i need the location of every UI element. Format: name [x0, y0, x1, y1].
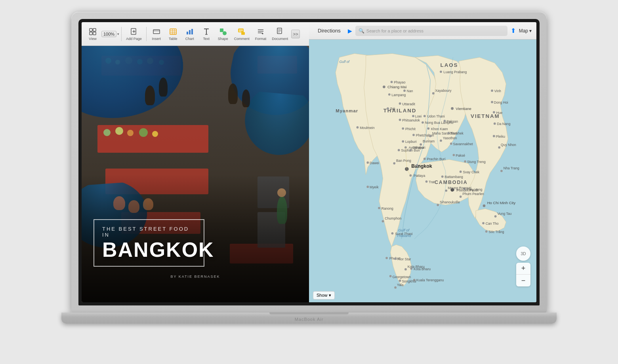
svg-point-45 [451, 107, 454, 110]
format-label: Format [255, 37, 267, 41]
svg-rect-1 [93, 28, 96, 31]
svg-point-85 [491, 89, 493, 92]
show-button[interactable]: Show ▾ [313, 291, 335, 300]
directions-button[interactable]: Directions [314, 26, 345, 35]
maps-view[interactable]: LAOS THAILAND VIETNAM CAMBODIA Myanmar G… [309, 40, 536, 302]
svg-point-161 [450, 142, 452, 145]
macbook-label: MacBook Air [295, 317, 324, 322]
directions-label: Directions [318, 28, 341, 34]
text-button[interactable]: Text [198, 26, 214, 42]
svg-text:Yala: Yala [397, 283, 404, 287]
svg-text:Paksé: Paksé [456, 154, 465, 157]
share-icon[interactable]: ⬆ [511, 27, 516, 34]
svg-text:Can Tho: Can Tho [486, 222, 499, 226]
map-bottom-bar: Show ▾ [309, 288, 536, 302]
document-button[interactable]: Document [269, 26, 290, 42]
table-button[interactable]: Table [165, 26, 181, 42]
macbook-lid: View 100% ▾ [71, 12, 547, 313]
svg-point-130 [388, 93, 391, 96]
chart-icon [185, 27, 194, 36]
svg-text:Nan: Nan [407, 89, 413, 93]
chart-button[interactable]: Chart [182, 26, 198, 42]
text-icon [202, 27, 211, 36]
toolbar-sep-1 [121, 27, 122, 41]
view-button[interactable]: View [85, 26, 101, 42]
title-overlay: THE BEST STREET FOOD IN BANGKOK BY KATIE… [93, 219, 297, 279]
svg-point-63 [427, 127, 429, 130]
zoom-value[interactable]: 100% [101, 31, 116, 37]
svg-text:Luang Prabang: Luang Prabang [444, 70, 467, 74]
svg-point-134 [399, 102, 401, 105]
search-placeholder: Search for a place or address [366, 28, 423, 33]
compass-button[interactable]: 3D [516, 246, 530, 261]
insert-button[interactable]: Insert [149, 26, 164, 42]
maps-search-bar[interactable]: 🔍 Search for a place or address [355, 26, 507, 36]
svg-text:Savannakhet: Savannakhet [453, 142, 473, 146]
svg-point-71 [423, 158, 426, 160]
title-border: THE BEST STREET FOOD IN BANGKOK [93, 219, 204, 267]
svg-point-75 [441, 175, 444, 178]
svg-text:Nha Trang: Nha Trang [504, 166, 519, 170]
svg-point-101 [494, 215, 497, 218]
zoom-in-button[interactable]: + [516, 263, 530, 275]
svg-text:Georgetown: Georgetown [392, 275, 411, 279]
svg-point-128 [440, 140, 442, 142]
search-icon: 🔍 [359, 28, 364, 34]
svg-text:Phetchabun: Phetchabun [416, 133, 434, 137]
add-page-button[interactable]: Add Page [124, 26, 144, 42]
svg-point-73 [357, 126, 359, 129]
svg-point-155 [432, 92, 435, 95]
zoom-out-button[interactable]: − [516, 275, 530, 286]
svg-text:Chumphon: Chumphon [385, 216, 401, 220]
svg-point-49 [483, 205, 486, 207]
svg-point-142 [445, 190, 447, 192]
format-button[interactable]: Format [253, 26, 269, 42]
more-button[interactable]: >> [291, 30, 300, 38]
zoom-chevron: ▾ [117, 32, 119, 36]
svg-point-43 [383, 85, 385, 88]
svg-rect-20 [220, 28, 223, 32]
svg-rect-0 [90, 28, 92, 31]
svg-point-138 [402, 140, 404, 143]
shape-button[interactable]: Shape [215, 26, 231, 42]
svg-text:Bangkok: Bangkok [411, 163, 432, 169]
insert-label: Insert [152, 37, 161, 41]
svg-text:Phayao: Phayao [394, 80, 405, 84]
svg-rect-26 [241, 32, 245, 35]
map-type-button[interactable]: Map ▾ [519, 28, 532, 34]
svg-text:Moung Roessei: Moung Roessei [448, 186, 471, 190]
text-label: Text [203, 37, 210, 41]
insert-icon [152, 27, 161, 36]
svg-text:Hue: Hue [496, 111, 503, 115]
bangkok-cover: THE BEST STREET FOOD IN BANGKOK BY KATIE… [82, 46, 309, 302]
svg-point-105 [394, 258, 397, 260]
svg-text:Lampang: Lampang [392, 93, 406, 97]
svg-point-159 [447, 132, 450, 134]
svg-text:Phum Pearlen: Phum Pearlen [462, 192, 484, 196]
svg-text:Dawei: Dawei [370, 161, 379, 165]
svg-point-65 [494, 123, 496, 125]
svg-text:Khon Kaen: Khon Kaen [431, 127, 448, 131]
compass-label: 3D [521, 252, 526, 256]
svg-rect-15 [189, 30, 191, 34]
screen-bezel: View 100% ▾ [78, 19, 540, 305]
svg-point-21 [223, 31, 227, 35]
svg-point-163 [453, 154, 455, 156]
svg-text:Vung Tau: Vung Tau [497, 212, 511, 216]
svg-point-61 [423, 115, 426, 117]
maps-app: Directions ▶ 🔍 Search for a place or add… [309, 22, 536, 302]
svg-text:Da Nang: Da Nang [497, 122, 511, 126]
svg-point-99 [485, 230, 488, 233]
cover-author: BY KATIE BERNASEK [93, 275, 297, 279]
comment-label: Comment [234, 37, 250, 41]
svg-text:Moulmein: Moulmein [360, 126, 374, 130]
svg-point-151 [366, 186, 369, 188]
svg-point-157 [444, 120, 446, 122]
svg-text:Lopburi: Lopburi [405, 140, 417, 144]
svg-text:Prachin Buri: Prachin Buri [427, 157, 446, 161]
zoom-control[interactable]: 100% ▾ [101, 31, 119, 37]
svg-text:Pattaya: Pattaya [414, 174, 425, 178]
svg-point-124 [412, 115, 414, 117]
comment-button[interactable]: Comment [232, 26, 252, 42]
svg-point-140 [410, 149, 412, 152]
